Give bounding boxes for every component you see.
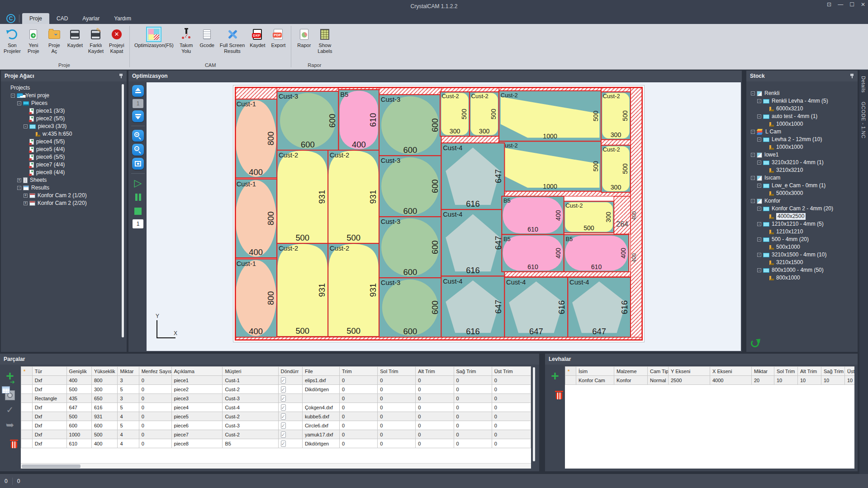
table-cell[interactable]: 0 [454,421,492,430]
table-cell[interactable]: 0 [340,430,378,439]
tree-item[interactable]: 1000x1000 [750,120,854,128]
table-row[interactable]: Dxf50030050piece2Cust-2✓Dikdörtgen00000 [21,385,531,394]
tree-item[interactable]: 5000x3000 [750,190,854,197]
table-cell[interactable]: 0 [340,376,378,385]
rapor-button[interactable]: Rapor [294,27,314,49]
table-cell[interactable]: Dxf [32,385,66,394]
collapse-icon[interactable]: - [11,94,15,98]
tree-item[interactable]: -Konfor [750,197,854,205]
sheet-cell-b5[interactable]: B5400610 [564,235,629,272]
collapse-icon[interactable]: - [757,184,761,188]
table-cell[interactable]: ✓ [278,439,302,448]
table-cell[interactable]: 3 [118,394,139,403]
table-cell[interactable]: ✓ [278,430,302,439]
menu-tab-yardim[interactable]: Yardım [107,13,138,24]
expand-icon[interactable]: + [24,194,28,198]
table-cell[interactable]: 616 [92,403,118,412]
column-header[interactable]: Sol Trim [378,367,416,376]
column-header[interactable]: Sağ Trim [454,367,492,376]
table-cell[interactable]: 600 [66,421,91,430]
tab-details[interactable]: Details [861,76,866,93]
tree-item[interactable]: -▁▃▅Yeni proje [4,92,120,99]
tree-item[interactable]: -Levha 2 - 12mm (10) [750,136,854,143]
table-cell[interactable]: 4 [118,412,139,421]
fit-screen-button[interactable] [132,158,144,170]
tree-item[interactable]: piece2 (5/5) [4,115,120,123]
table-cell[interactable]: yamuk17.dxf [302,430,339,439]
table-cell[interactable]: Cust-1 [223,376,278,385]
column-header[interactable]: Tür [32,367,66,376]
column-header[interactable]: Üst Trim [492,367,531,376]
table-cell[interactable]: 650 [92,394,118,403]
table-cell[interactable]: 0 [378,412,416,421]
column-header[interactable]: X Ekseni [710,367,752,376]
collapse-icon[interactable]: - [17,186,21,190]
tree-item[interactable]: 500x1000 [750,243,854,251]
row-selector[interactable] [21,439,33,448]
table-cell[interactable] [302,394,339,403]
tree-item[interactable]: piece1 (3/3) [4,107,120,115]
tree-item[interactable]: piece4 (5/5) [4,138,120,146]
sheet-cell-cust-2[interactable]: Cust-2931500 [328,243,379,336]
sheet-cell-cust-2[interactable]: Cust-2931500 [277,243,328,336]
sheet-cell-cust-1[interactable]: Cust-1800400 [235,179,277,258]
table-cell[interactable]: Dxf [32,412,66,421]
table-row[interactable]: Dxf61040040piece8B5✓Dikdörtgen00000 [21,439,531,448]
table-cell[interactable]: 0 [340,412,378,421]
table-cell[interactable]: 0 [454,403,492,412]
table-cell[interactable]: 0 [454,430,492,439]
zoom-out-button[interactable]: − [132,144,144,156]
table-cell[interactable]: 0 [492,412,531,421]
tree-item[interactable]: 1210x1210 [750,228,854,236]
table-cell[interactable]: 500 [92,430,118,439]
row-selector[interactable] [21,430,33,439]
optimization-canvas[interactable]: Cust-1800400Cust-1800400Cust-1800400Cust… [147,82,741,351]
column-header[interactable]: Y Ekseni [669,367,710,376]
row-selector[interactable] [565,376,576,385]
tree-item[interactable]: piece5 (4/4) [4,146,120,153]
tree-item[interactable]: piece6 (5/5) [4,153,120,161]
table-cell[interactable]: 4 [118,430,139,439]
play-button[interactable]: ▷ [132,177,144,189]
table-cell[interactable]: 0 [454,412,492,421]
collapse-icon[interactable]: - [751,91,755,95]
row-selector[interactable] [21,403,33,412]
table-cell[interactable]: 0 [492,421,531,430]
table-cell[interactable]: 0 [378,430,416,439]
table-cell[interactable]: Cust-3 [223,394,278,403]
column-header[interactable]: Döndürr [278,367,302,376]
table-cell[interactable]: Cust-2 [223,385,278,394]
column-header[interactable]: Miktar [752,367,774,376]
collapse-icon[interactable]: - [757,114,761,118]
sheet-cell-cust-3[interactable]: Cust-3600600 [379,95,441,156]
project-tree-scrollbar[interactable] [122,84,124,337]
column-header[interactable]: Genişlik [66,367,91,376]
sheet-cell-cust-2[interactable]: Cust-2931500 [328,150,379,243]
rotate-checkbox[interactable]: ✓ [281,404,286,411]
collapse-icon[interactable]: - [757,137,761,142]
table-cell[interactable]: 500 [66,385,91,394]
table-cell[interactable]: 0 [378,403,416,412]
table-cell[interactable]: 5 [118,385,139,394]
table-cell[interactable]: 0 [340,439,378,448]
table-cell[interactable]: 0 [416,439,454,448]
column-header[interactable]: Alt Trim [798,367,821,376]
table-cell[interactable]: 5 [118,421,139,430]
tree-item[interactable]: -piece3 (3/3) [4,123,120,130]
collapse-icon[interactable]: - [757,161,761,165]
count-box[interactable]: 1 [133,219,143,228]
tree-item[interactable]: -Konfor Cam 2 - 4mm (20) [750,205,854,213]
table-cell[interactable]: 0 [378,421,416,430]
tree-item[interactable]: -3210x1500 - 4mm (10) [750,251,854,259]
column-header[interactable]: Trim [340,367,378,376]
table-cell[interactable]: 0 [139,403,171,412]
sheet-cell-b5[interactable]: B5400610 [502,196,564,235]
collapse-icon[interactable]: - [757,253,761,257]
table-cell[interactable]: 10 [774,376,798,385]
table-cell[interactable]: Circle6.dxf [302,421,339,430]
row-selector[interactable] [21,394,33,403]
table-cell[interactable]: 0 [416,385,454,394]
table-cell[interactable]: 0 [492,403,531,412]
column-header[interactable]: Miktar [118,367,139,376]
table-row[interactable]: Konfor CamKonforNormal250040002010101010 [565,376,855,385]
